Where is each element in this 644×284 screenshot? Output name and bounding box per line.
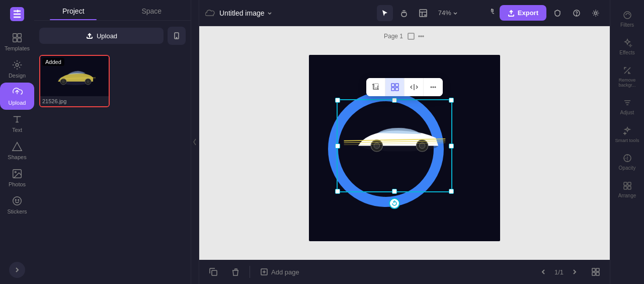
svg-rect-56 bbox=[628, 186, 631, 189]
sidebar-item-design[interactable]: Design bbox=[0, 55, 34, 83]
document-title[interactable]: Untitled image bbox=[219, 9, 273, 17]
flip-button[interactable] bbox=[405, 78, 424, 96]
sidebar-item-upload-label: Upload bbox=[9, 100, 26, 106]
main-area: Untitled image bbox=[199, 0, 610, 284]
svg-point-27 bbox=[423, 36, 424, 37]
handle-mid-left[interactable] bbox=[335, 144, 340, 149]
sidebar-item-templates[interactable]: Templates bbox=[0, 28, 34, 55]
opacity-label: Opacity bbox=[619, 165, 636, 171]
sidebar-collapse-btn[interactable] bbox=[9, 262, 25, 278]
image-card[interactable]: Added 21526.jpg bbox=[39, 55, 110, 107]
right-panel-smart-tools[interactable]: Smart tools bbox=[612, 121, 642, 147]
adjust-label: Adjust bbox=[620, 110, 634, 115]
handle-top-mid[interactable] bbox=[392, 98, 397, 103]
svg-rect-4 bbox=[18, 38, 21, 42]
handle-top-right[interactable] bbox=[449, 98, 454, 103]
export-label: Export bbox=[518, 9, 538, 17]
handle-bottom-left[interactable] bbox=[335, 189, 340, 194]
redo-button[interactable] bbox=[482, 6, 497, 20]
left-panel: Project Space Upload bbox=[34, 0, 191, 284]
right-panel-filters[interactable]: Filters bbox=[612, 6, 642, 32]
canvas-area[interactable]: Replace bbox=[309, 55, 500, 241]
svg-point-5 bbox=[16, 63, 19, 66]
layout-tool-button[interactable] bbox=[415, 5, 431, 21]
page-label-text: Page 1 bbox=[384, 33, 403, 40]
sidebar-item-text-label: Text bbox=[12, 127, 22, 133]
rotate-handle[interactable] bbox=[389, 198, 400, 209]
sidebar-item-templates-label: Templates bbox=[5, 45, 30, 51]
handle-bottom-right[interactable] bbox=[449, 189, 454, 194]
sidebar-item-text[interactable]: Text bbox=[0, 110, 34, 137]
next-page-button[interactable] bbox=[568, 265, 582, 279]
effects-label: Effects bbox=[619, 50, 634, 55]
sidebar-item-shapes[interactable]: Shapes bbox=[0, 137, 34, 164]
app-logo[interactable] bbox=[7, 4, 27, 24]
zoom-control[interactable]: 74% bbox=[434, 7, 462, 19]
page-label-icons bbox=[407, 32, 425, 40]
svg-rect-49 bbox=[592, 272, 595, 275]
shield-button[interactable] bbox=[549, 5, 566, 21]
sidebar-item-photos[interactable]: Photos bbox=[0, 164, 34, 191]
handle-top-left[interactable] bbox=[335, 98, 340, 103]
select-tool-button[interactable] bbox=[377, 5, 393, 21]
mobile-button[interactable] bbox=[168, 27, 186, 45]
add-page-label: Add page bbox=[271, 268, 299, 276]
expand-button[interactable] bbox=[588, 264, 604, 280]
svg-point-7 bbox=[15, 171, 16, 173]
more-options-button[interactable] bbox=[424, 78, 443, 96]
svg-point-43 bbox=[433, 87, 434, 88]
help-button[interactable] bbox=[569, 5, 585, 21]
svg-rect-38 bbox=[391, 84, 394, 87]
header: Untitled image bbox=[199, 0, 610, 26]
tab-space[interactable]: Space bbox=[113, 0, 191, 20]
settings-button[interactable] bbox=[588, 5, 604, 21]
svg-rect-40 bbox=[391, 88, 394, 91]
sidebar-item-upload[interactable]: Upload bbox=[0, 83, 34, 110]
svg-rect-47 bbox=[592, 268, 595, 271]
svg-point-44 bbox=[435, 87, 436, 88]
upload-label: Upload bbox=[97, 32, 117, 40]
tab-project[interactable]: Project bbox=[34, 0, 113, 20]
svg-rect-25 bbox=[408, 33, 414, 39]
sidebar-item-stickers[interactable]: Stickers bbox=[0, 191, 34, 219]
svg-point-26 bbox=[421, 36, 422, 37]
svg-rect-41 bbox=[395, 88, 398, 91]
hand-tool-button[interactable] bbox=[396, 5, 412, 21]
arrange-label: Arrange bbox=[618, 193, 636, 198]
add-page-button[interactable]: Add page bbox=[256, 265, 303, 279]
panel-content: Added 21526.jpg bbox=[34, 51, 191, 284]
svg-point-18 bbox=[87, 80, 90, 83]
upload-button[interactable]: Upload bbox=[39, 28, 164, 44]
copy-canvas-button[interactable] bbox=[205, 264, 221, 280]
prev-page-button[interactable] bbox=[536, 265, 550, 279]
handle-mid-right[interactable] bbox=[449, 144, 454, 149]
svg-rect-45 bbox=[212, 270, 217, 275]
svg-point-9 bbox=[15, 199, 16, 200]
delete-canvas-button[interactable] bbox=[227, 264, 244, 280]
crop-button[interactable] bbox=[366, 78, 385, 96]
selection-box bbox=[337, 99, 452, 192]
svg-rect-54 bbox=[628, 182, 631, 185]
svg-rect-53 bbox=[624, 182, 627, 185]
canvas-workspace[interactable]: Page 1 bbox=[199, 26, 610, 260]
svg-point-24 bbox=[595, 12, 597, 14]
svg-point-42 bbox=[431, 87, 432, 88]
replace-button[interactable] bbox=[385, 78, 405, 96]
undo-button[interactable] bbox=[465, 6, 479, 20]
export-button[interactable]: Export bbox=[500, 5, 546, 21]
right-panel-remove-bg[interactable]: Remove backgr... bbox=[612, 61, 642, 92]
title-text: Untitled image bbox=[219, 9, 265, 17]
panel-collapse-handle[interactable] bbox=[191, 0, 199, 284]
sidebar-item-stickers-label: Stickers bbox=[7, 208, 27, 215]
header-tools: 74% Export bbox=[377, 5, 604, 21]
right-panel-adjust[interactable]: Adjust bbox=[612, 94, 642, 119]
right-panel-arrange[interactable]: Arrange bbox=[612, 177, 642, 202]
svg-point-10 bbox=[18, 199, 19, 200]
sidebar: Templates Design Upload Text Shapes bbox=[0, 0, 34, 284]
right-panel-effects[interactable]: Effects bbox=[612, 34, 642, 59]
svg-point-12 bbox=[176, 37, 177, 38]
image-badge: Added bbox=[42, 58, 64, 66]
handle-bottom-mid[interactable] bbox=[392, 189, 397, 194]
right-panel-opacity[interactable]: Opacity bbox=[612, 149, 642, 175]
context-toolbar: Replace bbox=[366, 78, 443, 96]
